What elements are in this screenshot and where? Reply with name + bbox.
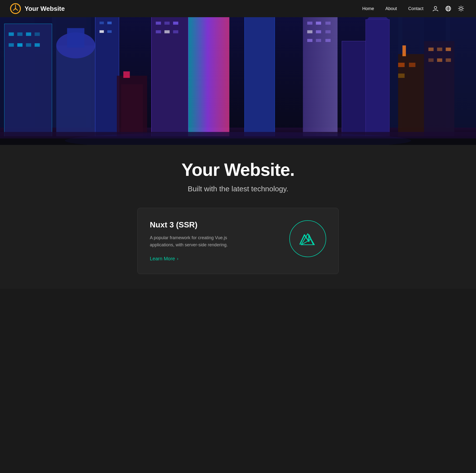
theme-toggle-button[interactable] bbox=[456, 3, 466, 14]
svg-rect-51 bbox=[9, 33, 14, 36]
svg-rect-90 bbox=[156, 22, 161, 25]
svg-rect-106 bbox=[325, 30, 331, 33]
nav-link-contact[interactable]: Contact bbox=[404, 4, 428, 13]
svg-rect-54 bbox=[35, 33, 40, 36]
svg-rect-122 bbox=[428, 58, 434, 62]
svg-rect-99 bbox=[303, 17, 338, 145]
svg-rect-124 bbox=[446, 58, 451, 62]
svg-rect-103 bbox=[325, 22, 331, 25]
svg-rect-108 bbox=[316, 39, 321, 42]
learn-more-label: Learn More bbox=[150, 256, 175, 262]
user-icon bbox=[432, 5, 439, 12]
svg-rect-96 bbox=[244, 17, 275, 145]
svg-rect-91 bbox=[164, 22, 170, 25]
brand-name: Your Website bbox=[25, 5, 65, 13]
learn-more-link[interactable]: Learn More › bbox=[150, 256, 178, 262]
svg-rect-92 bbox=[173, 22, 178, 25]
svg-rect-53 bbox=[26, 33, 31, 36]
svg-rect-113 bbox=[398, 54, 424, 145]
main-title: Your Website. bbox=[10, 160, 466, 180]
svg-rect-50 bbox=[4, 24, 52, 145]
nav-links: Home About Contact bbox=[358, 3, 466, 14]
svg-rect-120 bbox=[437, 48, 442, 51]
svg-rect-114 bbox=[402, 45, 406, 56]
svg-rect-61 bbox=[67, 28, 84, 47]
svg-rect-101 bbox=[307, 22, 312, 25]
svg-rect-116 bbox=[409, 63, 415, 67]
hero-banner bbox=[0, 17, 476, 145]
svg-rect-111 bbox=[366, 19, 390, 145]
svg-rect-59 bbox=[56, 45, 95, 145]
svg-marker-112 bbox=[367, 17, 389, 19]
hero-cityscape bbox=[0, 17, 476, 145]
svg-rect-95 bbox=[173, 30, 178, 33]
svg-rect-66 bbox=[100, 22, 104, 24]
svg-rect-117 bbox=[398, 73, 405, 78]
site-logo-icon bbox=[10, 3, 21, 14]
svg-point-8 bbox=[460, 7, 462, 10]
svg-rect-69 bbox=[107, 30, 112, 33]
feature-card: Nuxt 3 (SSR) A popular framework for cre… bbox=[137, 208, 339, 274]
svg-rect-93 bbox=[156, 30, 161, 33]
svg-point-1 bbox=[15, 8, 16, 9]
svg-rect-115 bbox=[398, 63, 405, 67]
svg-line-13 bbox=[459, 7, 459, 7]
svg-point-2 bbox=[434, 6, 437, 9]
nav-link-home[interactable]: Home bbox=[358, 4, 378, 13]
svg-rect-88 bbox=[152, 17, 188, 145]
svg-rect-73 bbox=[186, 17, 229, 145]
svg-rect-57 bbox=[26, 43, 31, 47]
navbar: Your Website Home About Contact bbox=[0, 0, 476, 17]
svg-line-15 bbox=[462, 7, 463, 7]
svg-line-14 bbox=[462, 10, 463, 11]
svg-rect-118 bbox=[424, 41, 454, 145]
svg-rect-107 bbox=[307, 39, 312, 42]
svg-rect-94 bbox=[164, 30, 170, 33]
svg-rect-55 bbox=[9, 43, 14, 47]
city-svg bbox=[0, 17, 476, 145]
card-description: A popular framework for creating Vue.js … bbox=[150, 234, 243, 249]
nuxt-logo-icon bbox=[297, 230, 319, 247]
svg-rect-68 bbox=[100, 30, 104, 33]
nav-link-about[interactable]: About bbox=[381, 4, 401, 13]
svg-rect-52 bbox=[17, 33, 22, 36]
globe-icon bbox=[445, 5, 451, 12]
svg-rect-109 bbox=[325, 39, 331, 42]
svg-rect-123 bbox=[437, 58, 442, 62]
svg-rect-119 bbox=[428, 48, 434, 51]
user-icon-button[interactable] bbox=[430, 3, 441, 14]
svg-rect-102 bbox=[316, 22, 321, 25]
chevron-right-icon: › bbox=[177, 256, 178, 261]
sun-icon bbox=[458, 5, 464, 12]
svg-rect-105 bbox=[316, 30, 321, 33]
brand: Your Website bbox=[10, 3, 65, 14]
main-subtitle: Built with the latest technology. bbox=[10, 185, 466, 193]
svg-rect-56 bbox=[17, 43, 22, 47]
nuxt-logo-container bbox=[289, 220, 326, 257]
svg-rect-62 bbox=[95, 17, 119, 145]
svg-rect-121 bbox=[446, 48, 451, 51]
card-text-content: Nuxt 3 (SSR) A popular framework for cre… bbox=[150, 220, 279, 262]
svg-rect-67 bbox=[107, 22, 112, 24]
card-title: Nuxt 3 (SSR) bbox=[150, 220, 279, 229]
globe-icon-button[interactable] bbox=[443, 3, 453, 14]
svg-line-16 bbox=[459, 10, 459, 11]
svg-rect-72 bbox=[123, 71, 130, 78]
svg-rect-58 bbox=[35, 43, 40, 47]
svg-rect-104 bbox=[307, 30, 312, 33]
main-content: Your Website. Built with the latest tech… bbox=[0, 145, 476, 289]
